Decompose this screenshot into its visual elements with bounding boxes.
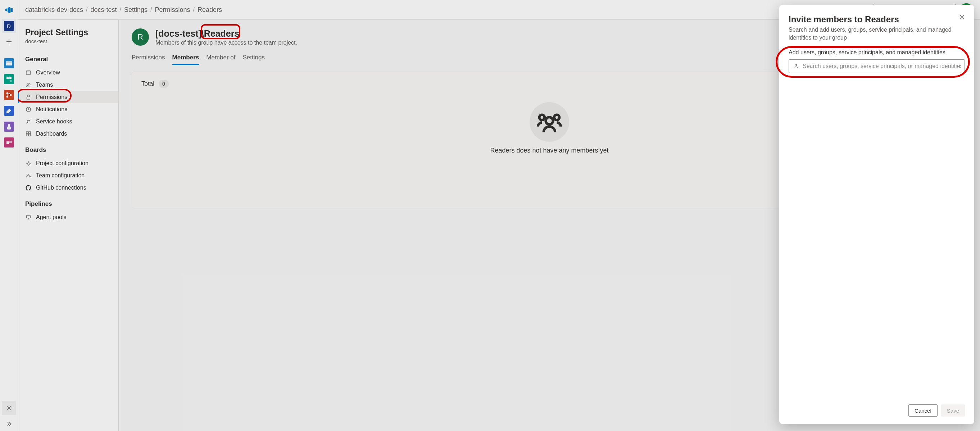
add-button[interactable] xyxy=(2,35,16,49)
tab-member-of[interactable]: Member of xyxy=(206,51,235,65)
dashboard-icon xyxy=(25,130,32,137)
svg-rect-1 xyxy=(6,61,12,63)
sidebar-subtitle: docs-test xyxy=(25,38,111,44)
gear-icon xyxy=(25,160,32,167)
identity-search-input[interactable] xyxy=(803,63,961,70)
svg-rect-14 xyxy=(27,97,30,99)
svg-point-12 xyxy=(27,83,29,85)
rail-pipelines[interactable] xyxy=(2,103,16,118)
overview-icon xyxy=(5,59,13,68)
svg-rect-16 xyxy=(26,132,28,134)
identity-search-field[interactable] xyxy=(789,59,965,73)
card-icon xyxy=(25,70,32,76)
plus-icon xyxy=(5,37,13,46)
svg-rect-17 xyxy=(29,132,30,134)
azure-devops-icon xyxy=(5,6,13,14)
sidebar-item-project-config[interactable]: Project configuration xyxy=(18,157,118,169)
svg-point-22 xyxy=(29,176,30,177)
rail-boards[interactable] xyxy=(2,72,16,86)
sidebar-item-dashboards[interactable]: Dashboards xyxy=(18,128,118,140)
crumb-org[interactable]: databricks-dev-docs xyxy=(25,6,83,14)
project-tile[interactable]: D xyxy=(2,19,16,33)
sidebar-item-notifications[interactable]: Notifications xyxy=(18,103,118,116)
crumb-permissions[interactable]: Permissions xyxy=(155,6,190,14)
crumb-group[interactable]: Readers xyxy=(197,6,222,14)
bell-icon xyxy=(25,106,32,113)
project-initial: D xyxy=(4,21,14,31)
total-count: 0 xyxy=(159,80,169,88)
sidebar-item-overview[interactable]: Overview xyxy=(18,67,118,79)
group-icon xyxy=(536,108,563,136)
dialog-subtitle: Search and add users, groups, service pr… xyxy=(789,26,965,41)
sidebar-item-permissions[interactable]: Permissions xyxy=(18,91,118,103)
rail-test-plans[interactable] xyxy=(2,119,16,134)
people-icon xyxy=(25,82,32,88)
svg-point-4 xyxy=(10,80,12,82)
section-boards: Boards xyxy=(18,140,118,157)
svg-rect-8 xyxy=(6,142,9,144)
team-gear-icon xyxy=(25,172,32,179)
sidebar-title: Project Settings xyxy=(25,28,111,37)
crumb-settings[interactable]: Settings xyxy=(124,6,148,14)
svg-point-26 xyxy=(554,115,560,120)
azure-devops-logo[interactable] xyxy=(2,3,16,17)
svg-point-13 xyxy=(29,84,30,85)
sidebar-item-team-config[interactable]: Team configuration xyxy=(18,169,118,182)
crumb-project[interactable]: docs-test xyxy=(91,6,117,14)
person-icon xyxy=(792,63,799,70)
svg-point-10 xyxy=(8,407,10,409)
close-icon xyxy=(959,14,965,21)
cancel-button[interactable]: Cancel xyxy=(908,404,937,417)
settings-sidebar: Project Settings docs-test General Overv… xyxy=(18,20,119,431)
nav-rail: D xyxy=(0,0,18,431)
rail-expand[interactable] xyxy=(2,417,16,431)
svg-rect-11 xyxy=(26,71,30,75)
search-field-label: Add users, groups, service principals, a… xyxy=(789,49,965,56)
svg-rect-18 xyxy=(26,134,28,136)
svg-point-21 xyxy=(27,174,29,176)
svg-rect-9 xyxy=(10,141,12,143)
svg-rect-23 xyxy=(27,215,30,218)
group-avatar: R xyxy=(132,29,149,46)
boards-icon xyxy=(5,75,13,83)
svg-rect-3 xyxy=(10,76,11,79)
rail-repos[interactable] xyxy=(2,88,16,102)
svg-rect-2 xyxy=(6,76,9,79)
repos-icon xyxy=(5,91,13,99)
sidebar-item-github[interactable]: GitHub connections xyxy=(18,182,118,194)
group-description: Members of this group have access to the… xyxy=(156,40,297,46)
close-button[interactable] xyxy=(957,12,967,22)
section-general: General xyxy=(18,49,118,67)
rail-artifacts[interactable] xyxy=(2,135,16,149)
dialog-title: Invite members to Readers xyxy=(789,14,965,24)
crumb-sep: / xyxy=(86,6,88,13)
empty-state-icon-wrap xyxy=(530,102,569,142)
gear-icon xyxy=(5,404,13,412)
agent-icon xyxy=(25,214,32,221)
group-name: Readers xyxy=(204,29,240,39)
total-label: Total xyxy=(142,80,154,87)
artifacts-icon xyxy=(5,138,13,147)
plug-icon xyxy=(25,118,32,125)
test-plans-icon xyxy=(5,122,13,131)
rail-overview[interactable] xyxy=(2,56,16,70)
svg-rect-19 xyxy=(29,134,30,136)
sidebar-item-agent-pools[interactable]: Agent pools xyxy=(18,211,118,223)
svg-point-5 xyxy=(6,92,8,94)
empty-state-text: Readers does not have any members yet xyxy=(490,147,608,154)
tab-members[interactable]: Members xyxy=(172,51,199,65)
svg-point-27 xyxy=(795,64,797,66)
pipelines-icon xyxy=(5,107,13,115)
svg-point-25 xyxy=(539,115,545,120)
lock-icon xyxy=(25,94,32,100)
invite-dialog: Invite members to Readers Search and add… xyxy=(779,5,974,424)
sidebar-item-service-hooks[interactable]: Service hooks xyxy=(18,116,118,128)
sidebar-item-teams[interactable]: Teams xyxy=(18,79,118,91)
tab-settings[interactable]: Settings xyxy=(242,51,264,65)
svg-point-20 xyxy=(28,162,30,164)
chevrons-right-icon xyxy=(5,420,13,428)
tab-permissions[interactable]: Permissions xyxy=(132,51,165,65)
project-settings-gear[interactable] xyxy=(2,401,16,415)
save-button: Save xyxy=(941,404,965,417)
github-icon xyxy=(25,184,32,191)
